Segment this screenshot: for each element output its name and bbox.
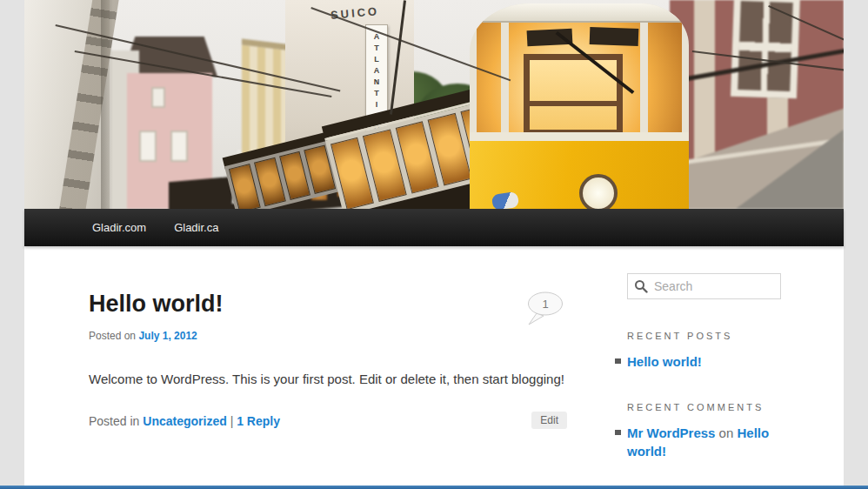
posted-in-label: Posted in bbox=[89, 414, 139, 428]
entry-footer: Posted in Uncategorized | 1 Reply Edit bbox=[89, 414, 576, 428]
tram-front bbox=[470, 3, 689, 209]
content-area: Hello world! 1 Posted on July 1, 2012 We… bbox=[24, 246, 844, 489]
search-widget bbox=[627, 273, 781, 299]
recent-posts-list: Hello world! bbox=[627, 352, 781, 371]
comment-count-bubble[interactable]: 1 bbox=[527, 291, 565, 326]
post-body: Welcome to WordPress. This is your first… bbox=[89, 369, 576, 389]
reply-link[interactable]: 1 Reply bbox=[237, 414, 280, 428]
tram-inner-window bbox=[524, 54, 623, 136]
sidebar: RECENT POSTS Hello world! RECENT COMMENT… bbox=[627, 246, 781, 489]
comment-connector: on bbox=[715, 425, 737, 440]
tram-window-pillar bbox=[640, 23, 648, 136]
posted-on-label: Posted on bbox=[89, 330, 136, 342]
edit-button[interactable]: Edit bbox=[531, 412, 567, 429]
entry-header: Hello world! 1 bbox=[89, 291, 576, 316]
comment-author-link[interactable]: Mr WordPress bbox=[627, 425, 715, 440]
main-navigation: Gladir.com Gladir.ca bbox=[24, 209, 844, 246]
list-item: Hello world! bbox=[627, 352, 781, 371]
tram-inner-window-bar bbox=[524, 101, 623, 106]
nav-menu: Gladir.com Gladir.ca bbox=[24, 209, 844, 246]
tram-emblem bbox=[491, 191, 519, 209]
post-article: Hello world! 1 Posted on July 1, 2012 We… bbox=[89, 291, 576, 428]
post-date-link[interactable]: July 1, 2012 bbox=[138, 330, 197, 342]
left-building-edge bbox=[101, 0, 113, 209]
pink-building-window bbox=[139, 131, 157, 162]
list-item: Mr WordPress on Hello world! bbox=[627, 424, 781, 460]
nav-link-gladir-ca[interactable]: Gladir.ca bbox=[160, 209, 232, 246]
list-bullet-icon bbox=[615, 358, 621, 364]
category-link[interactable]: Uncategorized bbox=[143, 414, 226, 428]
header-image: SUICO ATLANTICO↑ bbox=[24, 0, 844, 209]
pink-building-window bbox=[170, 131, 188, 162]
nav-item: Gladir.com bbox=[78, 209, 160, 246]
tram-ceiling-equipment bbox=[590, 27, 639, 46]
pink-building-window bbox=[151, 87, 165, 108]
recent-comments-title: RECENT COMMENTS bbox=[627, 402, 781, 412]
entry-meta: Posted on July 1, 2012 bbox=[89, 330, 576, 342]
recent-posts-title: RECENT POSTS bbox=[627, 331, 781, 341]
tram-headlight bbox=[579, 174, 618, 209]
search-icon bbox=[634, 279, 648, 293]
post-title: Hello world! bbox=[89, 291, 576, 316]
meta-separator: | bbox=[230, 414, 234, 428]
site-page: SUICO ATLANTICO↑ bbox=[24, 0, 844, 489]
nav-link-gladir-com[interactable]: Gladir.com bbox=[78, 209, 160, 246]
search-input[interactable] bbox=[627, 273, 781, 299]
nav-item: Gladir.ca bbox=[160, 209, 232, 246]
recent-post-link[interactable]: Hello world! bbox=[627, 354, 702, 369]
list-bullet-icon bbox=[615, 430, 621, 435]
recent-comments-list: Mr WordPress on Hello world! bbox=[627, 424, 781, 460]
post-column: Hello world! 1 Posted on July 1, 2012 We… bbox=[89, 246, 576, 428]
sign-arrow-icon: ↑ bbox=[372, 77, 381, 89]
comment-count: 1 bbox=[527, 298, 564, 311]
window-bottom-edge bbox=[0, 486, 868, 489]
